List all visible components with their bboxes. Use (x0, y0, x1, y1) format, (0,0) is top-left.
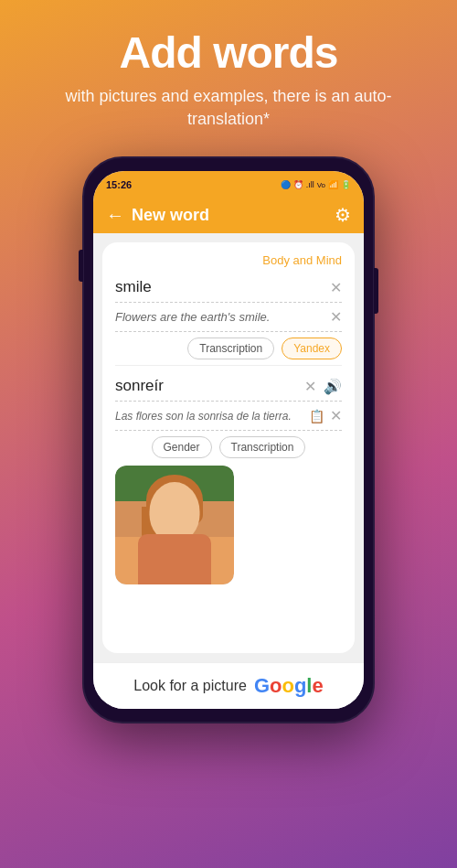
google-g2: g (294, 674, 306, 697)
transcription-button[interactable]: Transcription (187, 338, 274, 359)
hero-title: Add words (120, 27, 338, 78)
translation-example-input[interactable]: Las flores son la sonrisa de la tierra. (115, 410, 309, 423)
google-g: G (254, 674, 270, 697)
gender-button[interactable]: Gender (152, 436, 212, 458)
status-icons: 🔵 ⏰ .ıll Vo 📶 🔋 (281, 180, 351, 189)
clear-translation-button[interactable]: ✕ (304, 378, 316, 395)
google-o1: o (270, 674, 282, 697)
settings-icon[interactable]: ⚙ (335, 204, 351, 226)
battery-icon: 🔋 (341, 180, 351, 189)
signal-icon: .ıll (306, 180, 314, 189)
alarm-icon: ⏰ (293, 180, 303, 189)
app-header: ← New word ⚙ (93, 197, 364, 233)
translation-example-row: Las flores son la sonrisa de la tierra. … (115, 402, 342, 431)
person-photo (115, 466, 234, 584)
gender-transcription-row: Gender Transcription (115, 436, 342, 458)
wifi-icon: 📶 (328, 180, 338, 189)
status-time: 15:26 (106, 179, 132, 190)
translation-left: sonreír (115, 377, 164, 395)
google-bar-text: Look for a picture (133, 678, 247, 694)
category-label[interactable]: Body and Mind (115, 253, 342, 267)
word-input[interactable]: smile (115, 278, 152, 296)
google-logo: Google (254, 674, 324, 698)
vo-icon: Vo (317, 181, 325, 189)
back-button[interactable]: ← (106, 205, 124, 226)
copy-button[interactable]: 📋 (309, 409, 324, 423)
body (138, 534, 211, 584)
translation-input[interactable]: sonreír (115, 377, 164, 395)
phone-mockup: 15:26 🔵 ⏰ .ıll Vo 📶 🔋 ← New word ⚙ (82, 156, 375, 723)
screen-title: New word (132, 206, 209, 225)
phone-screen: 15:26 🔵 ⏰ .ıll Vo 📶 🔋 ← New word ⚙ (93, 171, 364, 709)
word-card: Body and Mind smile ✕ Flowers are the ea… (102, 242, 355, 653)
header-left: ← New word (106, 205, 209, 226)
google-e: e (312, 674, 323, 697)
bluetooth-icon: 🔵 (281, 180, 291, 189)
yandex-button[interactable]: Yandex (282, 338, 342, 359)
transcription2-button[interactable]: Transcription (219, 436, 306, 458)
clear-translation-example-button[interactable]: ✕ (330, 407, 342, 424)
translation-row: sonreír ✕ 🔊 (115, 371, 342, 402)
translation-actions: ✕ 🔊 (304, 378, 342, 395)
face (150, 482, 200, 541)
status-bar: 15:26 🔵 ⏰ .ıll Vo 📶 🔋 (93, 171, 364, 197)
word-image[interactable] (115, 466, 234, 584)
word-row: smile ✕ (115, 273, 342, 303)
divider (115, 365, 342, 366)
app-content: Body and Mind smile ✕ Flowers are the ea… (93, 233, 364, 662)
example-input[interactable]: Flowers are the earth's smile. (115, 310, 270, 324)
clear-word-button[interactable]: ✕ (330, 279, 342, 296)
phone-frame: 15:26 🔵 ⏰ .ıll Vo 📶 🔋 ← New word ⚙ (82, 156, 375, 723)
action-buttons-row: Transcription Yandex (115, 338, 342, 359)
translation-example-icons: 📋 ✕ (309, 407, 342, 424)
sound-button[interactable]: 🔊 (324, 378, 342, 395)
hero-subtitle: with pictures and examples, there is an … (0, 85, 457, 131)
clear-example-button[interactable]: ✕ (330, 308, 342, 326)
example-row: Flowers are the earth's smile. ✕ (115, 303, 342, 332)
google-search-bar[interactable]: Look for a picture Google (93, 662, 364, 709)
google-o2: o (282, 674, 293, 697)
